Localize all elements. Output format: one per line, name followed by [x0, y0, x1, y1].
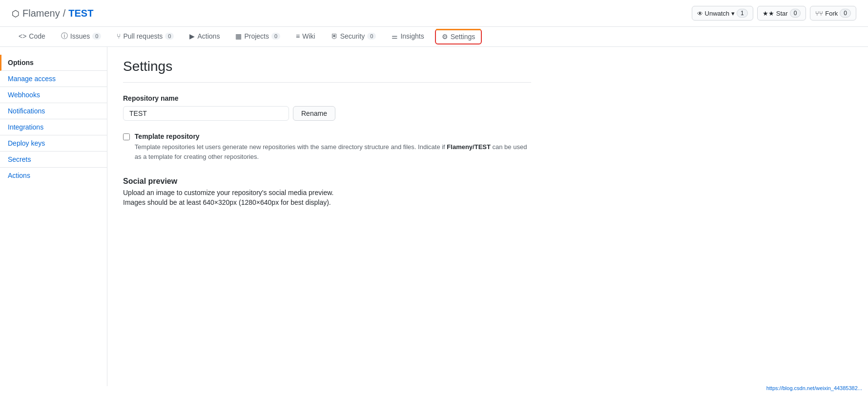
- unwatch-label: Unwatch: [705, 10, 730, 17]
- fork-icon: ⑂: [815, 10, 823, 17]
- pr-icon: ⑂: [117, 32, 121, 40]
- sidebar-deploy-keys-label: Deploy keys: [8, 139, 45, 147]
- pr-badge: 0: [165, 33, 174, 40]
- template-checkbox[interactable]: [123, 133, 130, 140]
- sidebar-item-webhooks[interactable]: Webhooks: [0, 87, 107, 103]
- template-title: Template repository: [135, 132, 531, 140]
- tab-insights-label: Insights: [400, 32, 424, 40]
- social-preview-title: Social preview: [123, 177, 531, 186]
- star-count: 0: [790, 9, 801, 18]
- wiki-icon: ≡: [296, 32, 300, 40]
- sidebar-item-notifications[interactable]: Notifications: [0, 103, 107, 119]
- main-content: Settings Repository name Rename Template…: [107, 47, 547, 386]
- status-url: https://blog.csdn.net/weixin_44385382...: [766, 385, 862, 386]
- tab-code-label: Code: [29, 32, 45, 40]
- sidebar-item-secrets[interactable]: Secrets: [0, 152, 107, 168]
- fork-count: 0: [840, 9, 851, 18]
- sidebar-integrations-label: Integrations: [8, 123, 43, 131]
- layout: Options Manage access Webhooks Notificat…: [0, 47, 868, 386]
- projects-icon: ▦: [235, 32, 242, 40]
- star-icon: ★: [763, 10, 774, 17]
- projects-badge: 0: [271, 33, 280, 40]
- sidebar-item-deploy-keys[interactable]: Deploy keys: [0, 135, 107, 152]
- repo-owner: Flameny: [22, 8, 60, 19]
- tab-pr-label: Pull requests: [123, 32, 163, 40]
- sidebar-actions-label: Actions: [8, 172, 30, 179]
- repo-name-section: Repository name Rename: [123, 94, 531, 121]
- title-divider: [123, 82, 531, 83]
- sidebar: Options Manage access Webhooks Notificat…: [0, 47, 107, 386]
- tab-actions[interactable]: ▶ Actions: [183, 27, 227, 46]
- status-bar: https://blog.csdn.net/weixin_44385382...: [761, 383, 868, 386]
- template-desc-pre: Template repositories let users generate…: [135, 143, 447, 151]
- repo-slash: /: [63, 8, 66, 19]
- unwatch-button[interactable]: Unwatch ▾ 1: [692, 6, 753, 21]
- social-preview-section: Social preview Upload an image to custom…: [123, 177, 531, 206]
- star-button[interactable]: ★ Star 0: [757, 6, 806, 21]
- unwatch-count: 1: [737, 9, 748, 18]
- unwatch-chevron: ▾: [731, 10, 735, 17]
- tab-settings-label: Settings: [451, 33, 475, 41]
- play-icon: ▶: [189, 32, 195, 40]
- issue-icon: ⓘ: [61, 32, 68, 41]
- repo-actions: Unwatch ▾ 1 ★ Star 0 ⑂ Fork 0: [692, 6, 856, 21]
- issues-badge: 0: [92, 33, 101, 40]
- repo-name: TEST: [68, 8, 93, 19]
- tab-projects[interactable]: ▦ Projects 0: [228, 27, 287, 46]
- sidebar-manage-access-label: Manage access: [8, 75, 56, 83]
- tab-security-label: Security: [340, 32, 365, 40]
- tab-wiki-label: Wiki: [302, 32, 315, 40]
- tab-actions-label: Actions: [197, 32, 220, 40]
- fork-label: Fork: [825, 10, 838, 17]
- code-icon: <>: [19, 32, 26, 40]
- tab-pull-requests[interactable]: ⑂ Pull requests 0: [110, 27, 181, 46]
- template-section: Template repository Template repositorie…: [123, 132, 531, 161]
- rename-button[interactable]: Rename: [293, 106, 335, 121]
- sidebar-item-options[interactable]: Options: [0, 55, 107, 71]
- tab-security[interactable]: ⛨ Security 0: [324, 27, 383, 46]
- nav-tabs: <> Code ⓘ Issues 0 ⑂ Pull requests 0 ▶ A…: [0, 27, 868, 47]
- fork-button[interactable]: ⑂ Fork 0: [810, 6, 856, 21]
- top-bar: Flameny / TEST Unwatch ▾ 1 ★ Star 0 ⑂ Fo…: [0, 0, 868, 27]
- sidebar-item-manage-access[interactable]: Manage access: [0, 71, 107, 87]
- template-desc: Template repositories let users generate…: [135, 142, 531, 161]
- repo-title: Flameny / TEST: [12, 8, 692, 19]
- gear-icon: ⚙: [442, 33, 448, 41]
- repo-name-label: Repository name: [123, 94, 531, 102]
- eye-icon: [697, 10, 703, 17]
- repo-name-input[interactable]: [123, 106, 289, 121]
- tab-settings[interactable]: ⚙ Settings: [435, 29, 482, 44]
- settings-orange-bar: [436, 29, 481, 30]
- repo-name-row: Rename: [123, 106, 531, 121]
- tab-code[interactable]: <> Code: [12, 27, 52, 46]
- template-repo-name: Flameny/TEST: [447, 143, 491, 151]
- sidebar-item-integrations[interactable]: Integrations: [0, 119, 107, 135]
- sidebar-options-label: Options: [8, 59, 34, 66]
- sidebar-webhooks-label: Webhooks: [8, 91, 40, 99]
- template-text: Template repository Template repositorie…: [135, 132, 531, 161]
- tab-projects-label: Projects: [244, 32, 269, 40]
- sidebar-item-actions[interactable]: Actions: [0, 168, 107, 183]
- social-preview-desc: Upload an image to customize your reposi…: [123, 189, 531, 196]
- tab-issues-label: Issues: [70, 32, 90, 40]
- sidebar-notifications-label: Notifications: [8, 107, 45, 115]
- tab-wiki[interactable]: ≡ Wiki: [289, 27, 322, 46]
- insights-icon: ⚌: [392, 32, 398, 40]
- shield-icon: ⛨: [331, 32, 338, 40]
- tab-issues[interactable]: ⓘ Issues 0: [54, 27, 108, 46]
- tab-insights[interactable]: ⚌ Insights: [385, 27, 431, 46]
- star-label: Star: [776, 10, 788, 17]
- page-title: Settings: [123, 59, 531, 74]
- sidebar-secrets-label: Secrets: [8, 155, 31, 163]
- github-logo: [12, 8, 20, 19]
- social-preview-note: Images should be at least 640×320px (128…: [123, 198, 531, 206]
- security-badge: 0: [367, 33, 376, 40]
